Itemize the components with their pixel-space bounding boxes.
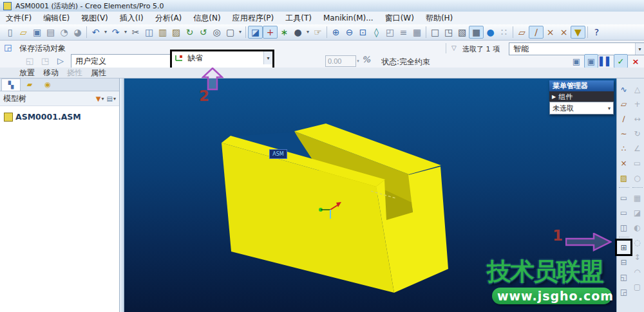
constraint-type-dropdown[interactable]: 缺省 ▾: [172, 51, 272, 64]
menu-item[interactable]: 信息(N): [187, 12, 226, 25]
tab-properties[interactable]: 属性: [91, 68, 106, 78]
tree-settings-icon[interactable]: ▤: [107, 95, 113, 102]
copy-geometry-icon[interactable]: ▭: [618, 192, 630, 204]
pause-icon[interactable]: ▌▌: [600, 55, 612, 68]
tab-move[interactable]: 移动: [43, 68, 59, 78]
context-help-icon[interactable]: ?: [590, 26, 603, 39]
select-box-icon[interactable]: ▢: [223, 26, 237, 39]
smart-filter-dropdown[interactable]: 智能 ▾: [509, 42, 644, 55]
view-manager-icon[interactable]: ▦: [410, 26, 424, 39]
menu-item[interactable]: 编辑(E): [37, 12, 75, 25]
paste-special-icon[interactable]: ▨: [169, 26, 183, 39]
new-file-icon[interactable]: ▯: [3, 26, 17, 39]
zoom-in-icon[interactable]: ⊕: [329, 26, 343, 39]
menu-item[interactable]: 视图(V): [75, 12, 114, 25]
select-pointer-icon[interactable]: ☞: [311, 26, 325, 39]
style-tool-icon[interactable]: ∿: [618, 83, 630, 95]
datum-point-tool-icon[interactable]: ∴: [618, 142, 630, 154]
tab-placement[interactable]: 放置: [19, 68, 35, 78]
assembly-window-icon[interactable]: ▣: [584, 54, 598, 68]
chevron-down-icon[interactable]: ▾: [635, 43, 644, 55]
show-in-assembly-icon[interactable]: ◳: [39, 54, 52, 67]
confirm-icon[interactable]: ✓: [614, 54, 628, 68]
menu-manager-title[interactable]: 菜单管理器: [549, 80, 614, 91]
tree-filter-icon[interactable]: ▼: [96, 95, 101, 102]
open-icon[interactable]: ▱: [17, 26, 30, 39]
save-icon[interactable]: ▣: [30, 26, 44, 39]
orientation-icon[interactable]: ◰: [383, 26, 397, 39]
offset-type-icon[interactable]: %: [362, 55, 370, 64]
wireframe-icon[interactable]: □: [428, 26, 442, 39]
package-component-icon[interactable]: ◱: [618, 271, 630, 283]
undo-icon[interactable]: ↶: [89, 26, 102, 39]
annotation-display-icon[interactable]: ▼: [571, 26, 585, 39]
layers-icon[interactable]: ≡: [397, 26, 410, 39]
constraint-sets-icon[interactable]: ∠: [631, 142, 643, 154]
dragger-tool-icon[interactable]: +: [631, 98, 643, 110]
chevron-down-icon[interactable]: ▾: [102, 96, 104, 102]
regenerate-icon[interactable]: ↻: [183, 26, 196, 39]
section-view-icon[interactable]: ◪: [631, 206, 643, 219]
shaded-icon[interactable]: ■: [469, 26, 484, 39]
custom-regenerate-icon[interactable]: ↺: [196, 26, 210, 39]
flip-orientation-icon[interactable]: ↕: [631, 251, 643, 263]
datum-curve-tool-icon[interactable]: ∼: [618, 127, 630, 140]
menu-manager-dropdown[interactable]: 未选取 ▾: [549, 102, 614, 115]
hidden-line-icon[interactable]: ◳: [442, 26, 455, 39]
include-component-icon[interactable]: ◲: [618, 286, 630, 298]
menu-item[interactable]: 窗口(W): [379, 12, 420, 25]
interface-icon[interactable]: ▭: [631, 157, 643, 169]
menu-item[interactable]: 工具(T): [279, 12, 317, 25]
selection-filter-icon[interactable]: ◪: [248, 26, 263, 39]
print-icon[interactable]: ▤: [44, 26, 57, 39]
offset-value-input[interactable]: [325, 55, 356, 67]
zoom-out-icon[interactable]: ⊖: [343, 26, 356, 39]
chevron-down-icon[interactable]: ▾: [605, 106, 613, 111]
erase-icon[interactable]: ◔: [57, 26, 71, 39]
no-hidden-icon[interactable]: ▧: [455, 26, 469, 39]
menu-item[interactable]: 插入(I): [114, 12, 149, 25]
select-flyout-icon[interactable]: ▾: [237, 26, 243, 39]
datum-plane-display-icon[interactable]: ▱: [515, 26, 529, 39]
orient-mode-icon[interactable]: ●: [291, 26, 305, 39]
menu-item[interactable]: 应用程序(P): [227, 12, 280, 25]
menu-item[interactable]: Manikin(M)...: [317, 12, 379, 24]
zoom-window-icon[interactable]: ⊡: [356, 26, 370, 39]
misc-tool-icon[interactable]: ▢: [631, 280, 643, 293]
constraint-set-dropdown[interactable]: 用户定义 ▾: [71, 54, 185, 68]
explode-state-icon[interactable]: △: [631, 83, 643, 95]
mirror-component-icon[interactable]: ◫: [618, 221, 630, 234]
find-icon[interactable]: ◎: [210, 26, 223, 39]
interface-points-icon[interactable]: ∷: [497, 26, 511, 39]
show-component-window-icon[interactable]: ◱: [23, 54, 36, 67]
redo-flyout-icon[interactable]: ▾: [122, 26, 129, 39]
simplified-rep-icon[interactable]: ○: [631, 172, 643, 184]
redo-icon[interactable]: ↷: [109, 26, 122, 39]
cut-icon[interactable]: ✂: [129, 26, 142, 39]
tab-favorites[interactable]: ◉: [39, 78, 57, 91]
rotate-component-icon[interactable]: ↻: [631, 127, 643, 140]
separate-window-icon[interactable]: ▣: [570, 55, 583, 68]
menu-manager-section[interactable]: ▶ 组件: [549, 91, 614, 102]
appearance-icon[interactable]: ◐: [631, 221, 643, 234]
tree-root-item[interactable]: ASM0001.ASM: [4, 112, 119, 122]
paste-icon[interactable]: ▥: [156, 26, 169, 39]
chevron-down-icon[interactable]: ▾: [263, 51, 272, 64]
tab-folder-browser[interactable]: ▰: [21, 78, 39, 91]
chevron-down-icon[interactable]: ▾: [113, 96, 116, 102]
grid-display-icon[interactable]: ▦: [631, 192, 643, 204]
spin-center-icon[interactable]: ∗: [278, 26, 291, 39]
arc-tool-icon[interactable]: ◠: [631, 266, 643, 278]
datum-csys-tool-icon[interactable]: ×: [618, 157, 630, 169]
add-component-icon[interactable]: ⊞: [618, 241, 630, 253]
panel-splitter[interactable]: [120, 78, 124, 312]
datum-point-display-icon[interactable]: ×: [544, 26, 557, 39]
copy-icon[interactable]: ◫: [142, 26, 156, 39]
orient-flyout-icon[interactable]: ▾: [305, 26, 311, 39]
create-component-icon[interactable]: ⊟: [618, 256, 630, 268]
menu-item[interactable]: 文件(F): [0, 12, 37, 25]
offset-flyout-icon[interactable]: ▾: [355, 55, 361, 67]
datum-plane-tag[interactable]: ASM: [269, 149, 287, 159]
menu-item[interactable]: 帮助(H): [420, 12, 459, 25]
shrinkwrap-icon[interactable]: ▭: [618, 206, 630, 219]
